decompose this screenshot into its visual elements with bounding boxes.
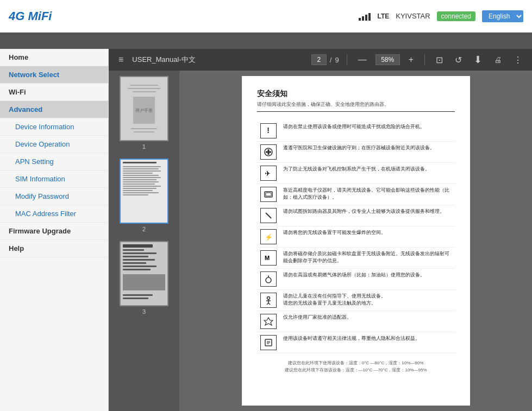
thumb-label-1: 1 [142, 143, 146, 150]
safety-icon-medical [260, 144, 277, 160]
sidebar-item-help[interactable]: Help [0, 240, 108, 257]
safety-icon-repair [260, 208, 277, 223]
logo: 4G MiFi [9, 9, 359, 23]
pdf-viewer-container: ≡ USER_Manual-中文 / 9 — + ⊡ ↺ ⬇ 🖨 ⋮ [109, 49, 532, 411]
svg-text:M: M [265, 255, 270, 261]
safety-icon-child [260, 293, 277, 308]
pdf-footer-line-1: 建议您在此环境下使用该设备：温度：0°C —80°C，湿度：10%—90% [288, 361, 424, 365]
pdf-print-button[interactable]: 🖨 [491, 54, 505, 65]
pdf-section-subtitle: 请仔细阅读此安全措施，确保正确、安全地使用您的路由器。 [257, 101, 455, 112]
thumb-page-3 [120, 241, 168, 306]
safety-text-4: 靠近高精度电子仪器时，请关闭无线设备。它可能会影响这些设备的性能（比如：植入式医… [280, 184, 455, 205]
language-select[interactable]: English 中文 [482, 10, 523, 22]
pdf-zoom-in-button[interactable]: + [405, 54, 417, 66]
pdf-page-separator: / [330, 56, 332, 64]
pdf-menu-button[interactable]: ≡ [115, 54, 127, 66]
header: 4G MiFi LTE KYIVSTAR connected English 中… [0, 0, 532, 33]
safety-row-10: 仅允许使用厂家批准的适配器。 [257, 311, 455, 332]
safety-icon-cell-1: ! [257, 121, 280, 142]
safety-table: ! 请勿在禁止使用该设备或使用时可能造成干扰或危险的场合开机。 [257, 121, 455, 353]
sidebar-item-wifi[interactable]: Wi-Fi [0, 84, 108, 101]
safety-text-6: 请勿将您的无线设备置于可能发生爆炸的空间。 [280, 226, 455, 248]
pdf-zoom-input[interactable] [375, 54, 400, 65]
pdf-page-document: 安全须知 请仔细阅读此安全措施，确保正确、安全地使用您的路由器。 ! 请勿在禁止… [242, 76, 470, 406]
pdf-rotate-button[interactable]: ↺ [452, 54, 465, 66]
svg-point-10 [267, 297, 270, 300]
svg-marker-15 [264, 318, 273, 325]
svg-text:✈: ✈ [265, 169, 271, 178]
sidebar-item-advanced[interactable]: Advanced [0, 101, 108, 118]
safety-row-2: 遵遵守医院和卫生保健设施的守则；在医疗器械设备附近关闭该设备。 [257, 142, 455, 163]
safety-text-2: 遵遵守医院和卫生保健设施的守则；在医疗器械设备附近关闭该设备。 [280, 142, 455, 163]
svg-text:⚡: ⚡ [265, 233, 273, 241]
safety-row-4: 靠近高精度电子仪器时，请关闭无线设备。它可能会影响这些设备的性能（比如：植入式医… [257, 184, 455, 205]
svg-rect-2 [266, 151, 271, 153]
safety-icon-magnet: M [260, 250, 277, 265]
safety-text-1: 请勿在禁止使用该设备或使用时可能造成干扰或危险的场合开机。 [280, 121, 455, 142]
pdf-thumbnail-1[interactable]: 用户手册 1 [120, 76, 168, 150]
pdf-thumbnail-2[interactable]: 2 [120, 159, 168, 232]
svg-rect-5 [266, 193, 271, 196]
header-right: LTE KYIVSTAR connected English 中文 [359, 10, 523, 22]
pdf-download-button[interactable]: ⬇ [471, 53, 485, 67]
safety-text-11: 使用该设备时请遵守相关法律法规，尊重他人隐私和合法权益。 [280, 332, 455, 353]
safety-icon-cell-8 [257, 269, 280, 290]
pdf-more-button[interactable]: ⋮ [510, 54, 525, 66]
sidebar-item-network-select[interactable]: Network Select [0, 66, 108, 84]
svg-line-14 [268, 303, 270, 305]
thumb-page-2 [120, 159, 168, 224]
pdf-viewer: 用户手册 1 [109, 71, 532, 411]
sidebar-item-modify-password[interactable]: Modify Password [0, 188, 108, 205]
safety-icon-cell-3: ✈ [257, 163, 280, 184]
safety-row-6: ⚡ 请勿将您的无线设备置于可能发生爆炸的空间。 [257, 226, 455, 248]
safety-row-9: 请勿让儿童在没有任何指导下、使用无线设备。请您的无线设备置于儿童无法触及的地方。 [257, 290, 455, 311]
pdf-fit-button[interactable]: ⊡ [433, 54, 446, 66]
sidebar-item-home[interactable]: Home [0, 49, 108, 66]
pdf-section-title: 安全须知 [257, 89, 455, 99]
safety-row-8: 请勿在高温或有易燃气体的场所（比如：加油站）使用您的设备。 [257, 269, 455, 290]
thumb-label-3: 3 [142, 308, 146, 315]
pdf-page-input[interactable] [311, 54, 327, 65]
safety-row-1: ! 请勿在禁止使用该设备或使用时可能造成干扰或危险的场合开机。 [257, 121, 455, 142]
safety-text-5: 请勿试图拆卸路由器及其附件，仅专业人士能够为该设备提供服务和维理。 [280, 205, 455, 226]
thumb-content-2 [121, 160, 167, 223]
connected-badge: connected [437, 11, 475, 21]
network-name: KYIVSTAR [396, 12, 430, 20]
safety-icon-cell-6: ⚡ [257, 226, 280, 248]
safety-icon-plane: ✈ [260, 166, 277, 181]
sidebar-item-device-information[interactable]: Device Information [0, 118, 108, 136]
safety-text-7: 请勿将磁存储介质比如磁卡和软盘置于无线设备附近。无线设备发出的辐射可能会删除存于… [280, 248, 455, 269]
thumb-content-3 [121, 242, 167, 305]
pdf-footer-line-2: 建议您在此环境下存放该设备：温度：—10°C —70°C，湿度：10%—95% [285, 368, 427, 372]
sidebar-item-mac-address-filter[interactable]: MAC Address Filter [0, 205, 108, 223]
safety-icon-cell-10 [257, 311, 280, 332]
pdf-thumbnail-3[interactable]: 3 [120, 241, 168, 315]
divider-1 [347, 54, 347, 65]
lte-label: LTE [377, 12, 389, 20]
safety-text-3: 为了防止无线设备对飞机控制系统产生干扰，在机场请关闭该设备。 [280, 163, 455, 184]
pdf-zoom-out-button[interactable]: — [355, 54, 370, 66]
pdf-footer: 建议您在此环境下使用该设备：温度：0°C —80°C，湿度：10%—90% 建议… [257, 360, 455, 374]
safety-icon-cell-9 [257, 290, 280, 311]
safety-icon-explosion: ⚡ [260, 229, 277, 244]
sidebar-item-apn-setting[interactable]: APN Setting [0, 153, 108, 170]
sidebar-item-firmware-upgrade[interactable]: Firmware Upgrade [0, 223, 108, 240]
safety-icon-cell-7: M [257, 248, 280, 269]
safety-text-8: 请勿在高温或有易燃气体的场所（比如：加油站）使用您的设备。 [280, 269, 455, 290]
pdf-main-content[interactable]: 安全须知 请仔细阅读此安全措施，确保正确、安全地使用您的路由器。 ! 请勿在禁止… [179, 71, 532, 411]
svg-point-9 [266, 277, 271, 283]
pdf-thumbnails: 用户手册 1 [109, 71, 179, 411]
sub-header [0, 33, 532, 49]
safety-icon-device [260, 187, 277, 202]
signal-icon [359, 12, 371, 21]
safety-row-5: 请勿试图拆卸路由器及其附件，仅专业人士能够为该设备提供服务和维理。 [257, 205, 455, 226]
safety-icon-cell-4 [257, 184, 280, 205]
sidebar-item-sim-information[interactable]: SIM Information [0, 170, 108, 188]
safety-row-3: ✈ 为了防止无线设备对飞机控制系统产生干扰，在机场请关闭该设备。 [257, 163, 455, 184]
pdf-page-info: / 9 [311, 54, 339, 65]
pdf-filename: USER_Manual-中文 [132, 55, 305, 65]
pdf-toolbar: ≡ USER_Manual-中文 / 9 — + ⊡ ↺ ⬇ 🖨 ⋮ [109, 49, 532, 71]
sidebar-item-device-operation[interactable]: Device Operation [0, 136, 108, 153]
sidebar: Home Network Select Wi-Fi Advanced Devic… [0, 49, 109, 411]
safety-icon-gas [260, 271, 277, 287]
